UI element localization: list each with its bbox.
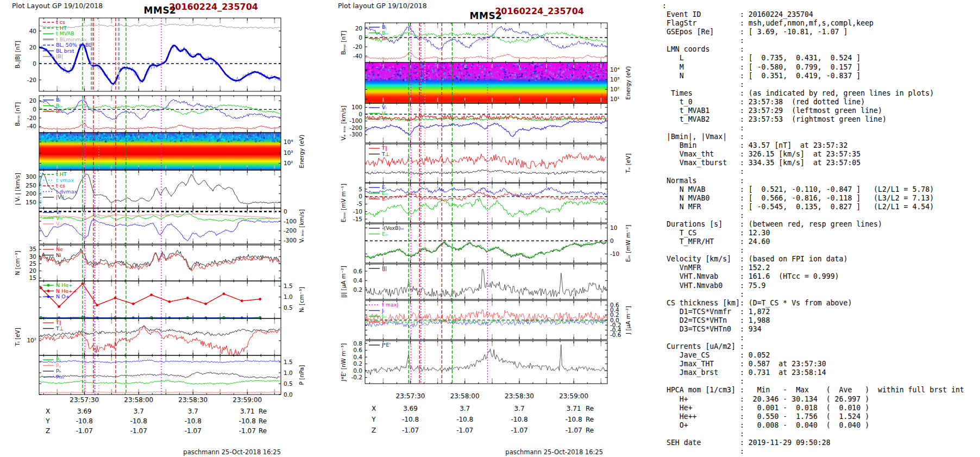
svg-text:Jₗ: Jₗ <box>381 308 385 314</box>
ephemeris-value: -1.07 <box>511 427 527 434</box>
svg-text:Bₗ,|B| [nT]: Bₗ,|B| [nT] <box>14 41 21 68</box>
ephemeris-value: 3.7 <box>188 408 198 415</box>
svg-text:N O+: N O+ <box>56 293 70 299</box>
ephemeris-value: -10.8 <box>456 416 473 423</box>
series-J_N <box>365 310 606 323</box>
svg-text:20: 20 <box>29 44 36 51</box>
svg-text:Vₑ ₗₘₙ [km/s]: Vₑ ₗₘₙ [km/s] <box>340 105 347 140</box>
svg-text:Bₗₘₙ [nT]: Bₗₘₙ [nT] <box>14 102 21 126</box>
svg-text:|Vᵢ|: |Vᵢ| <box>56 194 64 200</box>
time-tick-label: 23:57:30 <box>396 392 425 400</box>
plot-stack-middle: 200-20-40Bₗₘₙ [nT]BₗBₘBₙ10⁴10³10²10¹Ener… <box>326 0 665 457</box>
panel-pressure: 1.51.00.50.0P [nPa]PₚPₑPₕPₜₒₜ <box>39 355 305 398</box>
panel-n-density: 3530252015N [cm⁻³]NeNi <box>14 245 281 281</box>
svg-text:0.4: 0.4 <box>353 354 362 360</box>
series-V_L <box>39 219 280 241</box>
svg-text:t cs: t cs <box>56 19 65 25</box>
svg-text:30: 30 <box>29 253 36 260</box>
svg-text:t HT: t HT <box>56 171 67 177</box>
svg-text:Vₗ: Vₗ <box>56 209 60 215</box>
svg-text:300: 300 <box>26 173 36 180</box>
panel-jdote: 0.80.60.40.20.0-0.2J*E' [nW m⁻³]J*E' <box>340 340 607 384</box>
svg-text:-(VexB)ₘ: -(VexB)ₘ <box>382 225 404 231</box>
svg-text:Jₙ: Jₙ <box>381 319 386 325</box>
svg-text:N He+: N He+ <box>56 282 73 288</box>
ephemeris-value: -10.8 <box>402 416 419 423</box>
svg-text:Energy (eV): Energy (eV) <box>625 66 631 100</box>
svg-text:P [nPa]: P [nPa] <box>298 365 305 385</box>
ephemeris-value: -1.07 <box>456 427 473 434</box>
svg-text:-200: -200 <box>349 124 362 131</box>
ephemeris-value: 3.7 <box>514 405 524 412</box>
svg-text:T⊥: T⊥ <box>55 325 64 331</box>
svg-text:Eₗₘₙ [mV m⁻¹]: Eₗₘₙ [mV m⁻¹] <box>340 184 347 222</box>
svg-text:1.5: 1.5 <box>284 283 293 289</box>
svg-text:0: 0 <box>284 208 287 215</box>
svg-text:0.6: 0.6 <box>353 268 362 274</box>
svg-text:Tₑ [eV]: Tₑ [eV] <box>625 154 631 174</box>
svg-text:Vₘ: Vₘ <box>56 215 62 221</box>
panel-b-lmn: 200-20-40Bₗₘₙ [nT]BₗBₘBₙ <box>14 96 281 133</box>
time-tick-label: 23:58:30 <box>505 392 534 400</box>
svg-text:10²: 10² <box>27 337 36 343</box>
series-E_M <box>365 198 606 217</box>
panel-j-lmn: 0.60.40.20.0-0.2-0.4-0.6J [μA m⁻²]t maxJ… <box>365 301 631 340</box>
svg-text:Bₗ: Bₗ <box>56 97 61 103</box>
svg-text:Bₗₘₙ [nT]: Bₗₘₙ [nT] <box>340 30 347 54</box>
series-P_h <box>39 372 280 378</box>
ephemeris-unit: Re <box>586 416 594 423</box>
svg-text:-100: -100 <box>349 117 362 124</box>
ephemeris-unit: Re <box>586 427 594 434</box>
ephemeris-row-label: Z <box>46 427 50 435</box>
svg-text:Energy (eV): Energy (eV) <box>298 135 305 168</box>
series-Te_perp <box>365 170 606 175</box>
svg-text:t vmax: t vmax <box>56 177 74 183</box>
panel-j-mag: 0.60.40.2|J| [μA m⁻²]|J| <box>340 264 607 299</box>
svg-text:Eₙ: Eₙ <box>382 196 387 202</box>
svg-text:-100: -100 <box>284 218 297 224</box>
svg-text:BL, 50% of BL: BL, 50% of BL <box>56 42 92 48</box>
time-tick-label: 23:57:30 <box>70 396 99 404</box>
series-T_perp <box>39 326 280 337</box>
panel-n-hpca: 1.51.00.5Nᵢ [cm⁻³]N He+N He++N O+ <box>39 281 305 320</box>
series-Ne_black <box>39 249 280 270</box>
series-VexB_M <box>365 241 606 258</box>
svg-text:0: 0 <box>359 34 362 41</box>
panel-e-lmn: 50-5-10-15Eₗₘₙ [mV m⁻¹]EₗEₘEₙ <box>340 183 607 223</box>
svg-text:Nᵢ [cm⁻³]: Nᵢ [cm⁻³] <box>298 287 305 312</box>
author-timestamp: paschmann 25-Oct-2018 16:25 <box>489 448 603 456</box>
series-Ve_N <box>365 115 606 121</box>
svg-text:0: 0 <box>33 106 36 112</box>
ephemeris-value: -10.8 <box>185 417 202 425</box>
svg-text:-20: -20 <box>353 43 362 50</box>
svg-text:20: 20 <box>355 25 362 32</box>
series-V_N <box>39 214 280 219</box>
svg-text:0.5: 0.5 <box>284 304 293 311</box>
ephemeris-value: -1.07 <box>566 427 582 434</box>
svg-text:-10: -10 <box>353 208 362 215</box>
svg-text:10³: 10³ <box>610 76 620 83</box>
svg-text:Eₗ: Eₗ <box>382 184 386 190</box>
svg-text:20: 20 <box>29 267 36 274</box>
svg-text:10⁴: 10⁴ <box>284 139 293 145</box>
series-P_tot <box>39 360 280 363</box>
svg-text:10: 10 <box>610 224 617 231</box>
svg-text:5: 5 <box>359 186 362 192</box>
figure-left-ion-overview: Plot Layout GP 19/10/2018 MMS2 20160224_… <box>0 0 326 457</box>
svg-text:10³: 10³ <box>284 149 293 156</box>
svg-text:-300: -300 <box>349 131 362 137</box>
panel-poynting-em: 100-10Eₘ [mW m⁻²]-(VexB)ₘEₘ <box>365 224 631 263</box>
svg-text:-40: -40 <box>27 123 36 129</box>
svg-text:t MVAB: t MVAB <box>56 30 74 36</box>
ephemeris-unit: Re <box>259 408 267 415</box>
series-Te_par <box>365 153 606 168</box>
time-tick-label: 23:58:30 <box>178 396 208 404</box>
svg-text:Tᵢ [eV]: Tᵢ [eV] <box>14 328 21 346</box>
svg-text:-0.2: -0.2 <box>351 374 363 380</box>
svg-text:-15: -15 <box>353 216 362 222</box>
svg-text:0.2: 0.2 <box>353 360 362 367</box>
svg-text:Bₘ: Bₘ <box>56 103 63 109</box>
svg-text:-20: -20 <box>27 77 36 83</box>
series-B_N <box>39 123 280 129</box>
svg-text:t dvmax: t dvmax <box>56 189 77 195</box>
